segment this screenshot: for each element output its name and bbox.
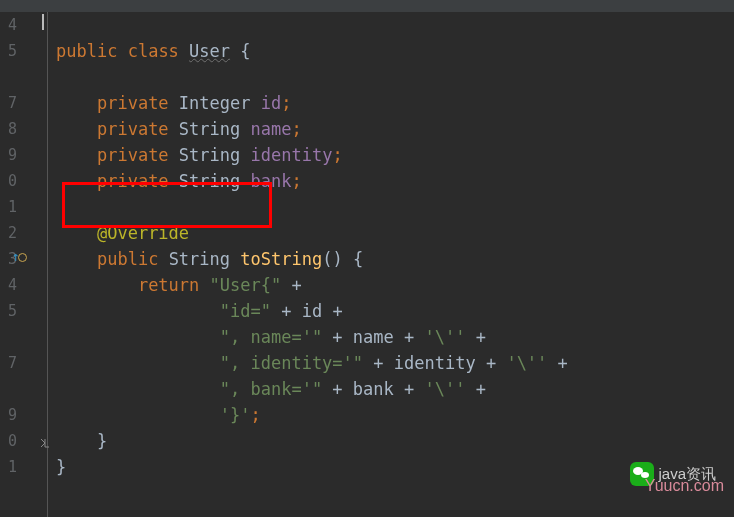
code-line	[56, 12, 734, 38]
editor-container: 4 5 7 8 9 0 1 2 3 4 5 7 9 0 1 ↑ pu	[0, 12, 734, 517]
line-number	[8, 324, 17, 350]
code-line: }	[56, 428, 734, 454]
line-number: 0	[8, 168, 17, 194]
line-number	[8, 376, 17, 402]
line-number: 7	[8, 350, 17, 376]
code-line: ", name='" + name + '\'' +	[56, 324, 734, 350]
code-line: return "User{" +	[56, 272, 734, 298]
caret-marker	[42, 14, 44, 30]
code-line: ", identity='" + identity + '\'' +	[56, 350, 734, 376]
line-number: 2	[8, 220, 17, 246]
circle-icon	[18, 253, 27, 262]
line-number	[8, 64, 17, 90]
line-number: 9	[8, 142, 17, 168]
gutter[interactable]: 4 5 7 8 9 0 1 2 3 4 5 7 9 0 1 ↑	[0, 12, 48, 517]
code-line: private String bank;	[56, 168, 734, 194]
code-line: "id=" + id +	[56, 298, 734, 324]
code-line: '}';	[56, 402, 734, 428]
code-line	[56, 64, 734, 90]
code-line	[56, 194, 734, 220]
code-line: public String toString() {	[56, 246, 734, 272]
tab-bar	[0, 0, 734, 12]
line-number: 0	[8, 428, 17, 454]
code-line: @Override	[56, 220, 734, 246]
code-line: ", bank='" + bank + '\'' +	[56, 376, 734, 402]
line-number: 1	[8, 194, 17, 220]
code-line: private String identity;	[56, 142, 734, 168]
line-number: 4	[8, 272, 17, 298]
code-area[interactable]: public class User { private Integer id; …	[48, 12, 734, 517]
line-number: 5	[8, 298, 17, 324]
watermark-text: Yuucn.com	[645, 473, 724, 499]
line-number: 4	[8, 12, 17, 38]
line-number: 9	[8, 402, 17, 428]
code-line: private Integer id;	[56, 90, 734, 116]
line-number: 7	[8, 90, 17, 116]
line-number: 8	[8, 116, 17, 142]
override-gutter-icon[interactable]: ↑	[12, 244, 27, 270]
code-line: public class User {	[56, 38, 734, 64]
code-line: private String name;	[56, 116, 734, 142]
line-number: 1	[8, 454, 17, 480]
line-number: 5	[8, 38, 17, 64]
